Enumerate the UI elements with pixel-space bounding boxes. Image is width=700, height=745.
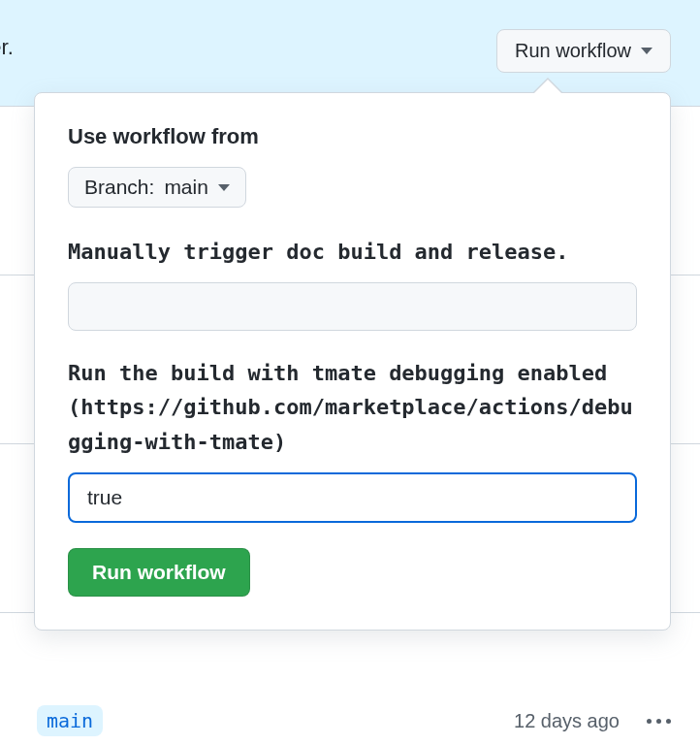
- tmate-debug-input[interactable]: [68, 472, 637, 523]
- run-workflow-dropdown-button[interactable]: Run workflow: [496, 29, 671, 73]
- run-workflow-dropdown-label: Run workflow: [515, 40, 631, 62]
- branch-name: main: [164, 176, 208, 199]
- run-row-footer: main 12 days ago: [0, 696, 700, 745]
- run-workflow-popover: Use workflow from Branch: main Manually …: [34, 92, 671, 631]
- input-label-manual-trigger: Manually trigger doc build and release.: [68, 235, 637, 269]
- workflow-dispatch-banner: igger. Run workflow: [0, 0, 700, 107]
- branch-select-button[interactable]: Branch: main: [68, 167, 246, 208]
- timestamp: 12 days ago: [514, 710, 620, 732]
- branch-prefix: Branch:: [84, 176, 154, 199]
- branch-tag[interactable]: main: [37, 705, 103, 736]
- manual-trigger-input[interactable]: [68, 282, 637, 331]
- run-workflow-submit-button[interactable]: Run workflow: [68, 548, 250, 597]
- input-label-tmate-debug: Run the build with tmate debugging enabl…: [68, 356, 637, 459]
- caret-down-icon: [218, 184, 230, 191]
- banner-text: igger.: [0, 29, 14, 60]
- kebab-menu-icon[interactable]: [647, 719, 671, 724]
- use-workflow-from-label: Use workflow from: [68, 124, 637, 149]
- caret-down-icon: [641, 48, 652, 54]
